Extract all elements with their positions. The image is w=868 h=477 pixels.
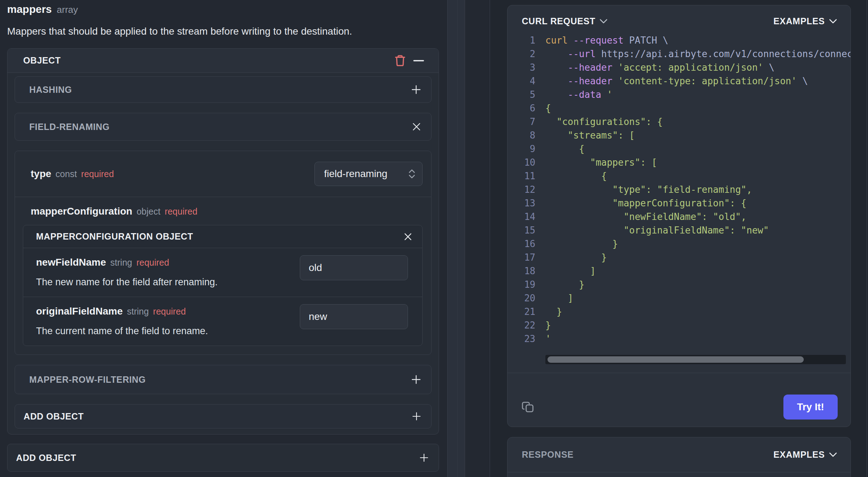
request-examples-pane: CURL REQUEST EXAMPLES 1curl --request PA… [507,0,851,477]
code-line: 19 } [508,278,851,291]
code-text: { [545,142,585,156]
line-number: 9 [508,142,535,156]
scrollbar-thumb[interactable] [547,356,804,363]
prop-meta: string [110,257,132,268]
plus-icon [412,412,421,421]
code-line: 11 { [508,169,851,183]
type-field-label: type const required [31,168,114,180]
copy-code-button[interactable] [520,399,536,415]
line-number: 12 [508,183,535,196]
prop-required: required [136,257,169,268]
curl-examples-dropdown[interactable]: EXAMPLES [773,16,837,26]
curl-panel-header: CURL REQUEST EXAMPLES [508,5,851,26]
mapper-configuration-label: mapperConfiguration object required [31,206,423,217]
line-number: 14 [508,210,535,224]
close-icon[interactable] [404,232,412,241]
line-number: 11 [508,169,535,183]
line-number: 10 [508,156,535,169]
code-horizontal-scrollbar[interactable] [545,355,846,364]
code-text: } [545,318,551,332]
examples-label: EXAMPLES [773,16,825,26]
add-object-button-outer[interactable]: ADD OBJECT [7,444,439,472]
line-number: 16 [508,237,535,251]
type-select[interactable]: field-renaming [314,162,423,186]
prop-name: mapperConfiguration [31,206,132,217]
code-text: } [545,305,562,318]
object-header-label: OBJECT [23,55,61,66]
code-text: "mappers": [ [545,156,657,169]
code-text: "streams": [ [545,129,635,142]
field-name-mappers: mappers [7,3,52,16]
line-number: 5 [508,88,535,101]
code-text: "newFieldName": "old", [545,210,747,224]
line-number: 20 [508,291,535,305]
code-line: 23' [508,332,851,346]
prop-meta: const [56,169,77,179]
code-text: "mapperConfiguration": { [545,196,747,210]
mapper-configuration-object-card: MAPPERCONFIGURATION OBJECT newFieldName … [23,225,423,346]
code-line: 20 ] [508,291,851,305]
line-number: 4 [508,74,535,88]
code-line: 6{ [508,101,851,115]
code-text: --data ' [545,88,612,101]
curl-request-label: CURL REQUEST [522,16,595,26]
curl-panel-footer: Try It! [508,387,851,427]
line-number: 15 [508,224,535,237]
code-line: 1curl --request PATCH \ [508,34,851,47]
code-text: --header 'accept: application/json' \ [545,61,774,74]
code-line: 12 "type": "field-renaming", [508,183,851,196]
prop-required: required [165,206,197,217]
chevron-down-icon [600,19,607,24]
divider [508,373,851,373]
add-object-label: ADD OBJECT [16,453,76,463]
object-card-header: OBJECT [7,49,439,73]
object-card-body: HASHING FIELD-RENAMING type const requir… [7,73,439,434]
hashing-section-toggle[interactable]: HASHING [15,76,432,103]
try-it-button[interactable]: Try It! [783,395,838,420]
code-line: 21 } [508,305,851,318]
collapse-object-button[interactable] [409,51,428,70]
response-examples-dropdown[interactable]: EXAMPLES [773,450,837,460]
type-select-value: field-renaming [324,168,387,180]
close-icon[interactable] [412,122,421,131]
code-line: 15 "originalFieldName": "new" [508,224,851,237]
delete-object-button[interactable] [391,51,409,70]
code-text: "configurations": { [545,115,663,129]
field-renaming-label: FIELD-RENAMING [29,122,110,132]
select-chevrons-icon [408,169,416,179]
page-scrollbar-edge [867,0,867,477]
mapper-row-filtering-section-toggle[interactable]: MAPPER-ROW-FILTERING [15,365,432,394]
original-field-name-row: originalFieldName string required The cu… [23,297,422,346]
code-text: ] [545,291,573,305]
line-number: 23 [508,332,535,346]
code-text: ' [545,332,551,346]
original-field-name-input[interactable] [300,304,408,329]
code-lines: 1curl --request PATCH \2 --url https://a… [508,34,851,346]
response-label: RESPONSE [522,450,574,460]
line-number: 6 [508,101,535,115]
field-renaming-section-header[interactable]: FIELD-RENAMING [15,113,432,141]
column-divider [490,0,490,477]
code-text: } [545,237,618,251]
code-text: "originalFieldName": "new" [545,224,769,237]
minus-icon [413,60,424,62]
response-panel-header: RESPONSE EXAMPLES [508,437,851,472]
left-pane-scrollbar-track[interactable] [447,0,465,477]
code-text: } [545,251,607,264]
prop-meta: string [127,306,149,317]
code-line: 22} [508,318,851,332]
add-object-button-inner[interactable]: ADD OBJECT [15,404,432,428]
schema-form-pane: mappers array Mappers that should be app… [7,0,439,472]
new-field-name-input[interactable] [300,255,408,280]
hashing-label: HASHING [29,85,72,95]
code-line: 3 --header 'accept: application/json' \ [508,61,851,74]
prop-required: required [153,306,186,317]
curl-request-dropdown[interactable]: CURL REQUEST [522,16,607,26]
code-line: 17 } [508,251,851,264]
prop-required: required [81,169,114,179]
line-number: 2 [508,47,535,61]
code-line: 16 } [508,237,851,251]
plus-icon [411,85,421,95]
field-title-row: mappers array [7,3,439,16]
code-text: } [545,278,585,291]
